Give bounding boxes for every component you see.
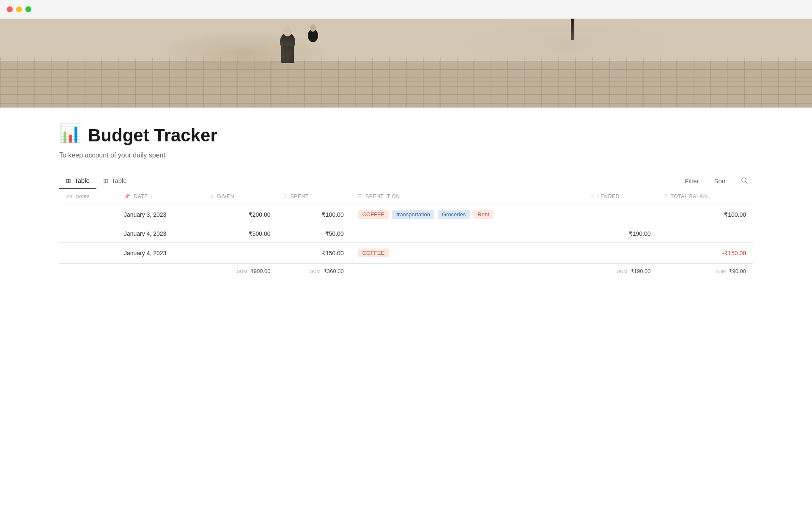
cell-lended-2	[584, 243, 657, 264]
cell-total-1	[658, 225, 753, 243]
cell-spent-1: ₹50.00	[277, 225, 351, 243]
col-total-balance: # TOTAL BALAN...	[658, 189, 753, 204]
table-row: January 3, 2023₹200.00₹100.00COFFEEtrans…	[59, 204, 753, 225]
hero-image	[0, 19, 812, 108]
sort-button[interactable]: Sort	[710, 176, 729, 186]
col-spent-on: ☰ SPENT IT ON	[351, 189, 584, 204]
col-spent: # SPENT	[277, 189, 351, 204]
cell-given-2	[204, 243, 277, 264]
sum-spent: SUM ₹360.00	[277, 264, 351, 279]
cell-date-0: January 3, 2023	[117, 204, 204, 225]
table-icon-1: ⊞	[66, 177, 71, 184]
svg-rect-1	[0, 61, 812, 108]
cell-notes-2	[59, 243, 117, 264]
svg-line-37	[746, 182, 747, 183]
svg-rect-32	[281, 46, 294, 63]
sum-lended: SUM ₹190.00	[584, 264, 657, 279]
svg-point-34	[310, 24, 316, 32]
cell-date-2: January 4, 2023	[117, 243, 204, 264]
cell-notes-1	[59, 225, 117, 243]
tag-coffee: COFFEE	[358, 248, 389, 257]
titlebar	[0, 0, 812, 19]
table-row: January 4, 2023₹150.00COFFEE-₹150.00	[59, 243, 753, 264]
tag-transportation: transportation	[392, 210, 434, 219]
sum-empty-spent-on	[351, 264, 584, 279]
main-content: 📊 Budget Tracker To keep account of your…	[0, 108, 812, 279]
sum-given: SUM ₹900.00	[204, 264, 277, 279]
table-row: January 4, 2023₹500.00₹50.00₹190.00	[59, 225, 753, 243]
toolbar: Filter Sort	[681, 175, 753, 187]
tag-rent: Rent	[473, 210, 493, 219]
cell-lended-1: ₹190.00	[584, 225, 657, 243]
cell-spent-on-0: COFFEEtransportationGroceriesRent	[351, 204, 584, 225]
sum-empty-notes	[59, 264, 117, 279]
maximize-button[interactable]	[25, 6, 31, 12]
minimize-button[interactable]	[16, 6, 22, 12]
date-type-icon: 📌	[124, 193, 131, 199]
svg-point-33	[308, 29, 318, 42]
cell-total-2: -₹150.00	[658, 243, 753, 264]
list-type-icon: ☰	[357, 193, 362, 199]
table-icon-2: ⊞	[103, 177, 108, 184]
svg-rect-35	[571, 19, 574, 40]
cell-lended-0	[584, 204, 657, 225]
page-title: Budget Tracker	[88, 125, 217, 146]
tab-table-2[interactable]: ⊞ Table	[96, 173, 134, 189]
cell-given-1: ₹500.00	[204, 225, 277, 243]
number-type-icon-spent: #	[284, 193, 287, 199]
tag-coffee: COFFEE	[358, 210, 389, 219]
filter-button[interactable]: Filter	[681, 176, 702, 186]
tab-label-2: Table	[112, 177, 127, 184]
page-header: 📊 Budget Tracker	[59, 124, 753, 146]
col-lended: # LENDED	[584, 189, 657, 204]
col-given: # GIVEN	[204, 189, 277, 204]
number-type-icon-given: #	[211, 193, 214, 199]
tab-table-1[interactable]: ⊞ Table	[59, 173, 96, 189]
table-header-row: Aa notes 📌 DATE 1 # GIVEN # SPENT	[59, 189, 753, 204]
sum-row: SUM ₹900.00 SUM ₹360.00 SUM ₹190.00 SUM	[59, 264, 753, 279]
col-date: 📌 DATE 1	[117, 189, 204, 204]
tag-groceries: Groceries	[438, 210, 470, 219]
search-button[interactable]	[738, 175, 751, 187]
cell-total-0: ₹100.00	[658, 204, 753, 225]
data-table: Aa notes 📌 DATE 1 # GIVEN # SPENT	[59, 189, 753, 279]
cell-given-0: ₹200.00	[204, 204, 277, 225]
svg-point-31	[283, 26, 292, 36]
tabs-bar: ⊞ Table ⊞ Table Filter Sort	[59, 173, 753, 189]
cell-spent-on-2: COFFEE	[351, 243, 584, 264]
tabs-list: ⊞ Table ⊞ Table	[59, 173, 134, 189]
cell-spent-0: ₹100.00	[277, 204, 351, 225]
search-icon	[741, 177, 748, 184]
page-subtitle: To keep account of your daily spent	[59, 152, 753, 159]
hero-banner	[0, 19, 812, 108]
cell-date-1: January 4, 2023	[117, 225, 204, 243]
sum-total: SUM ₹90.00	[658, 264, 753, 279]
svg-point-30	[280, 33, 295, 51]
cell-spent-on-1	[351, 225, 584, 243]
text-type-icon: Aa	[66, 193, 73, 199]
svg-rect-0	[0, 19, 812, 108]
close-button[interactable]	[7, 6, 13, 12]
col-notes: Aa notes	[59, 189, 117, 204]
number-type-icon-total: #	[664, 193, 667, 199]
sum-empty-date	[117, 264, 204, 279]
cell-notes-0	[59, 204, 117, 225]
page-icon: 📊	[59, 124, 81, 146]
data-table-container: Aa notes 📌 DATE 1 # GIVEN # SPENT	[59, 189, 753, 279]
cell-spent-2: ₹150.00	[277, 243, 351, 264]
tab-label-1: Table	[74, 177, 90, 184]
number-type-icon-lended: #	[591, 193, 594, 199]
